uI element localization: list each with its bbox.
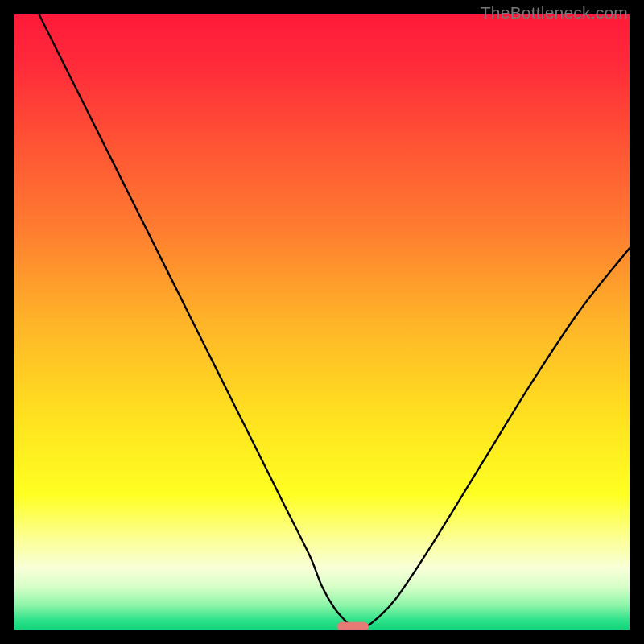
watermark-text: TheBottleneck.com [481, 3, 628, 23]
optimal-marker [337, 622, 368, 630]
bottleneck-plot [14, 14, 630, 630]
chart-frame [14, 14, 630, 630]
gradient-background [14, 14, 630, 630]
